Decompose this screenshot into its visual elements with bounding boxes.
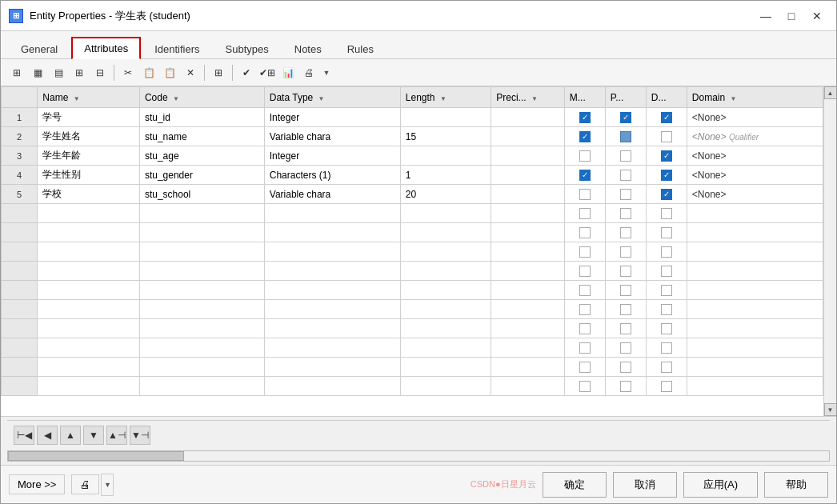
cell-mandatory[interactable]	[564, 166, 605, 185]
cell-mandatory[interactable]	[564, 185, 605, 204]
nav-up-btn[interactable]: ▲	[60, 426, 81, 445]
toolbar-btn-check[interactable]: ✔	[237, 63, 256, 82]
checkbox-display[interactable]	[661, 131, 672, 142]
col-header-display[interactable]: D...	[646, 87, 687, 108]
cell-primary[interactable]	[605, 146, 646, 166]
apply-button[interactable]: 应用(A)	[683, 472, 758, 498]
checkbox-display[interactable]	[661, 112, 672, 123]
print-dropdown[interactable]: ▼	[101, 474, 114, 496]
cell-length[interactable]	[400, 108, 491, 127]
cell-datatype[interactable]: Integer	[264, 108, 400, 127]
cell-precision[interactable]	[491, 185, 565, 204]
cell-display[interactable]	[646, 185, 687, 204]
table-container[interactable]: Name ▼ Code ▼ Data Type ▼ Length ▼ Preci…	[1, 86, 823, 416]
cell-mandatory[interactable]	[564, 108, 605, 127]
cell-display[interactable]	[646, 166, 687, 185]
checkbox-mandatory[interactable]	[579, 150, 591, 162]
cell-domain[interactable]: <None>	[687, 146, 823, 166]
cell-mandatory[interactable]	[564, 127, 605, 146]
table-row[interactable]: 3 学生年龄 stu_age Integer <None>	[2, 146, 823, 166]
cell-name[interactable]: 学号	[38, 108, 140, 127]
toolbar-btn-table[interactable]: ▦	[28, 63, 47, 82]
minimize-button[interactable]: —	[755, 7, 777, 25]
checkbox-display[interactable]	[661, 150, 672, 162]
cell-datatype[interactable]: Variable chara	[264, 127, 400, 146]
col-header-primary[interactable]: P...	[605, 87, 646, 108]
scrollbar-up-btn[interactable]: ▲	[824, 86, 837, 99]
tab-attributes[interactable]: Attributes	[71, 37, 141, 59]
tab-subtypes[interactable]: Subtypes	[214, 38, 281, 59]
col-header-datatype[interactable]: Data Type ▼	[264, 87, 400, 108]
checkbox-primary[interactable]	[620, 112, 631, 123]
nav-last-btn[interactable]: ▼⊣	[130, 426, 150, 445]
cell-length[interactable]: 20	[400, 185, 491, 204]
cell-name[interactable]: 学校	[38, 185, 140, 204]
cancel-button[interactable]: 取消	[613, 472, 677, 498]
cell-name[interactable]: 学生年龄	[38, 146, 140, 166]
tab-identifiers[interactable]: Identifiers	[142, 38, 211, 59]
toolbar-btn-delete[interactable]: ✕	[181, 63, 200, 82]
cell-primary[interactable]	[605, 166, 646, 185]
help-button[interactable]: 帮助	[764, 472, 828, 498]
checkbox-mandatory[interactable]	[579, 170, 591, 181]
cell-code[interactable]: stu_gender	[139, 166, 264, 185]
col-header-name[interactable]: Name ▼	[38, 87, 140, 108]
toolbar-btn-report[interactable]: 📊	[278, 63, 298, 82]
cell-datatype[interactable]: Characters (1)	[264, 166, 400, 185]
toolbar-btn-cut[interactable]: ✂	[118, 63, 138, 82]
toolbar-btn-select[interactable]: ⊞	[209, 63, 228, 82]
cell-length[interactable]	[400, 146, 491, 166]
checkbox-primary[interactable]	[620, 131, 631, 142]
scrollbar-h-track[interactable]	[7, 450, 830, 462]
nav-first-btn[interactable]: ⊢◀	[14, 426, 34, 445]
cell-code[interactable]: stu_school	[139, 185, 264, 204]
cell-datatype[interactable]: Integer	[264, 146, 400, 166]
cell-precision[interactable]	[491, 127, 565, 146]
scrollbar-h-thumb[interactable]	[8, 451, 184, 461]
cell-name[interactable]: 学生性别	[38, 166, 140, 185]
cell-name[interactable]: 学生姓名	[38, 127, 140, 146]
nav-next-btn[interactable]: ▼	[83, 426, 104, 445]
tab-notes[interactable]: Notes	[282, 38, 334, 59]
cell-code[interactable]: stu_id	[139, 108, 264, 127]
confirm-button[interactable]: 确定	[543, 472, 607, 498]
col-header-precision[interactable]: Preci... ▼	[491, 87, 565, 108]
tab-rules[interactable]: Rules	[335, 38, 386, 59]
table-row[interactable]: 2 学生姓名 stu_name Variable chara 15 <None>…	[2, 127, 823, 146]
checkbox-primary[interactable]	[620, 189, 631, 200]
table-row[interactable]: 1 学号 stu_id Integer <None>	[2, 108, 823, 127]
cell-precision[interactable]	[491, 146, 565, 166]
toolbar-btn-list[interactable]: ▤	[49, 63, 68, 82]
checkbox-display[interactable]	[661, 189, 672, 200]
cell-domain[interactable]: <None>	[687, 185, 823, 204]
checkbox-mandatory[interactable]	[579, 112, 591, 123]
toolbar-dropdown[interactable]: ▼	[320, 63, 333, 82]
checkbox-display[interactable]	[661, 170, 672, 181]
cell-display[interactable]	[646, 146, 687, 166]
toolbar-btn-checkall[interactable]: ✔⊞	[258, 63, 277, 82]
scrollbar-down-btn[interactable]: ▼	[824, 403, 837, 416]
table-row[interactable]: 4 学生性别 stu_gender Characters (1) 1 <None…	[2, 166, 823, 185]
tab-general[interactable]: General	[9, 38, 70, 59]
cell-primary[interactable]	[605, 127, 646, 146]
checkbox-mandatory[interactable]	[579, 189, 591, 200]
cell-display[interactable]	[646, 127, 687, 146]
toolbar-btn-print[interactable]: 🖨	[299, 63, 318, 82]
cell-length[interactable]: 1	[400, 166, 491, 185]
more-button[interactable]: More >>	[9, 474, 65, 494]
toolbar-btn-grid[interactable]: ⊞	[7, 63, 26, 82]
cell-code[interactable]: stu_age	[139, 146, 264, 166]
maximize-button[interactable]: □	[780, 7, 803, 25]
cell-primary[interactable]	[605, 185, 646, 204]
checkbox-mandatory[interactable]	[579, 131, 591, 142]
vertical-scrollbar[interactable]: ▲ ▼	[823, 86, 836, 416]
cell-domain[interactable]: <None>	[687, 166, 823, 185]
cell-domain[interactable]: <None>	[687, 108, 823, 127]
col-header-domain[interactable]: Domain ▼	[687, 87, 823, 108]
cell-length[interactable]: 15	[400, 127, 491, 146]
col-header-mandatory[interactable]: M...	[564, 87, 605, 108]
table-row[interactable]: 5 学校 stu_school Variable chara 20 <None>	[2, 185, 823, 204]
nav-prevlast-btn[interactable]: ▲⊣	[106, 426, 127, 445]
toolbar-btn-copy[interactable]: 📋	[139, 63, 158, 82]
checkbox-primary[interactable]	[620, 170, 631, 181]
